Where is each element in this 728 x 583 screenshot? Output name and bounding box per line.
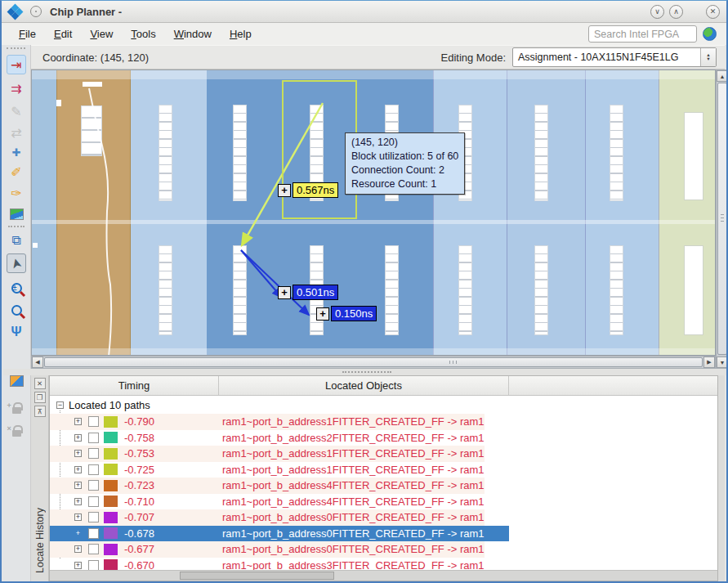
panel-splitter[interactable] [3, 369, 726, 375]
horizontal-scroll-thumb[interactable] [44, 357, 703, 367]
logic-block-stack[interactable] [385, 245, 399, 335]
expand-plus-icon[interactable]: + [316, 307, 329, 321]
expand-plus-icon[interactable]: + [278, 286, 291, 299]
path-checkbox[interactable] [88, 544, 99, 554]
path-row[interactable]: +-0.707ram1~port_b_address0FITTER_CREATE… [50, 509, 485, 526]
close-button[interactable]: ✕ [706, 5, 720, 19]
cascade-windows-icon[interactable]: ⧉ [7, 231, 26, 250]
title-bar[interactable]: Chip Planner - ∨ ∧ ✕ [2, 1, 726, 23]
expand-expander-icon[interactable]: + [74, 434, 82, 442]
scroll-up-button[interactable]: ▲ [717, 70, 728, 82]
path-checkbox[interactable] [88, 416, 99, 427]
layers-settings-icon[interactable] [7, 204, 26, 224]
tree-root-row[interactable]: − Located 10 paths [50, 397, 150, 413]
expand-expander-icon[interactable]: + [74, 562, 82, 569]
menu-tools[interactable]: Tools [123, 25, 163, 43]
tree-horizontal-scrollbar[interactable] [50, 570, 717, 581]
vertical-scroll-thumb[interactable] [717, 83, 727, 355]
horizontal-scrollbar[interactable]: ◀ ▶ [31, 356, 716, 369]
expand-plus-icon[interactable]: + [278, 184, 291, 197]
maximize-button[interactable]: ∧ [669, 5, 683, 19]
timing-value: -0.758 [124, 432, 222, 444]
collapse-expander-icon[interactable]: − [56, 401, 64, 409]
column-header-located-objects[interactable]: Located Objects [219, 376, 509, 395]
path-color-swatch [104, 512, 118, 523]
expand-expander-icon[interactable]: + [74, 545, 82, 553]
logic-block-stack[interactable] [159, 105, 172, 201]
combo-spinner-icon[interactable]: ▲▼ [700, 48, 716, 66]
tree-scroll-thumb[interactable] [180, 572, 334, 580]
path-checkbox[interactable] [88, 528, 99, 539]
logic-block-stack[interactable] [233, 245, 247, 335]
vertical-scrollbar[interactable]: ▲ ▼ [716, 70, 728, 369]
path-row[interactable]: +-0.710ram1~port_b_address4FITTER_CREATE… [50, 494, 485, 510]
delay-label-0150[interactable]: + 0.150ns [316, 306, 377, 321]
ram-block-stack[interactable] [81, 105, 102, 156]
path-checkbox[interactable] [88, 433, 99, 443]
path-checkbox[interactable] [88, 496, 99, 507]
path-checkbox[interactable] [88, 480, 99, 491]
selection-tool-icon[interactable]: ➤ [7, 253, 26, 273]
path-row[interactable]: +-0.790ram1~port_b_address1FITTER_CREATE… [50, 414, 485, 430]
expand-expander-icon[interactable]: + [74, 450, 82, 457]
expand-expander-icon[interactable]: + [74, 530, 82, 537]
path-row[interactable]: +-0.670ram1~port_b_address3FITTER_CREATE… [50, 558, 485, 571]
menu-help[interactable]: Help [222, 25, 259, 43]
fit-view-icon[interactable] [7, 300, 26, 320]
expand-connections-icon[interactable]: ⇉ [7, 78, 26, 98]
column-header-timing[interactable]: Timing [50, 376, 219, 395]
panel-float-button[interactable]: ❐ [34, 392, 46, 403]
delay-label-0501[interactable]: + 0.501ns [278, 285, 338, 300]
menu-edit[interactable]: Edit [47, 25, 79, 43]
search-input[interactable] [588, 25, 697, 43]
menu-window[interactable]: Window [167, 25, 219, 43]
path-row[interactable]: +-0.758ram1~port_b_address2FITTER_CREATE… [50, 430, 485, 446]
highlight-routing-icon[interactable]: ✐ [7, 162, 26, 182]
logic-block-stack[interactable] [534, 105, 548, 201]
menu-view[interactable]: View [83, 25, 120, 43]
locate-history-tab[interactable]: Locate History [31, 498, 49, 581]
path-row[interactable]: +-0.677ram1~port_b_address0FITTER_CREATE… [50, 541, 485, 558]
expand-expander-icon[interactable]: + [74, 482, 82, 489]
scroll-left-button[interactable]: ◀ [32, 357, 43, 368]
expand-expander-icon[interactable]: + [74, 498, 82, 505]
logic-block-stack[interactable] [610, 245, 623, 335]
toolbar-drag-handle[interactable] [7, 47, 25, 52]
zoom-tool-icon[interactable]: ± [7, 278, 26, 298]
path-checkbox[interactable] [88, 448, 99, 459]
expand-expander-icon[interactable]: + [74, 466, 82, 473]
io-column-region[interactable] [32, 70, 56, 355]
logic-block-stack[interactable] [458, 245, 472, 335]
path-checkbox[interactable] [88, 560, 99, 570]
path-checkbox[interactable] [88, 512, 99, 522]
show-routing-icon[interactable]: ✑ [7, 183, 26, 203]
io-bank-block[interactable] [684, 245, 703, 335]
locate-node-icon[interactable]: ⇥ [7, 55, 26, 74]
logic-block-stack[interactable] [534, 245, 548, 335]
expand-expander-icon[interactable]: + [74, 513, 82, 521]
intel-fpga-globe-icon[interactable] [703, 27, 717, 41]
scroll-right-button[interactable]: ▶ [703, 357, 715, 368]
panel-side-strip: ✕ ❐ ⊼ Locate History [31, 375, 49, 581]
logic-block-stack[interactable] [233, 105, 247, 201]
window-menu-icon[interactable] [30, 6, 42, 17]
path-row[interactable]: +-0.723ram1~port_b_address4FITTER_CREATE… [50, 478, 485, 494]
path-row[interactable]: +-0.753ram1~port_b_address1FITTER_CREATE… [50, 446, 485, 462]
io-bank-block[interactable] [684, 112, 703, 200]
pan-tool-icon[interactable]: Ψ [7, 322, 26, 342]
panel-pin-button[interactable]: ⊼ [34, 406, 46, 417]
menu-file[interactable]: File [11, 25, 43, 43]
scroll-down-button[interactable]: ▼ [717, 357, 728, 368]
delay-label-0567[interactable]: + 0.567ns [278, 182, 338, 198]
path-row[interactable]: +-0.678ram1~port_b_address0FITTER_CREATE… [50, 526, 509, 542]
minimize-button[interactable]: ∨ [650, 5, 664, 19]
logic-block-stack[interactable] [159, 245, 172, 335]
editing-mode-combobox[interactable]: Assignment - 10AX115N1F45E1LG ▲▼ [512, 47, 717, 67]
logic-block-stack[interactable] [610, 105, 623, 201]
add-connection-icon[interactable]: ✚ [7, 142, 26, 162]
path-checkbox[interactable] [88, 464, 99, 475]
expand-expander-icon[interactable]: + [74, 418, 82, 425]
path-row[interactable]: +-0.725ram1~port_b_address1FITTER_CREATE… [50, 462, 485, 478]
panel-close-button[interactable]: ✕ [34, 378, 46, 389]
chip-canvas[interactable]: + 0.567ns + 0.501ns + 0.150ns (145, 120)… [31, 70, 716, 356]
